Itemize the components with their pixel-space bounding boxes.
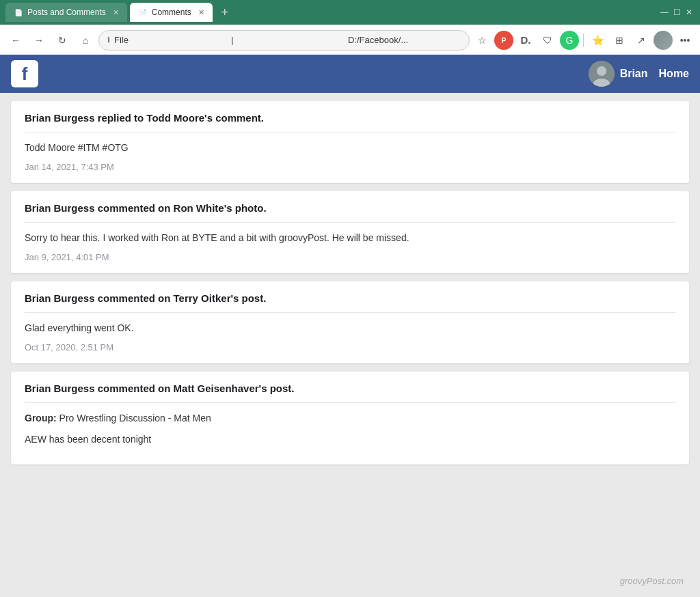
d-icon[interactable]: D.	[516, 31, 535, 50]
post-card: Brian Burgess replied to Todd Moore's co…	[11, 101, 689, 183]
share-icon[interactable]: ↗	[632, 31, 651, 50]
post-title: Brian Burgess replied to Todd Moore's co…	[25, 112, 675, 133]
facebook-logo: f	[11, 60, 38, 87]
facebook-nav: Brian Home	[589, 61, 689, 87]
address-protocol: File	[114, 35, 227, 45]
pocket-icon[interactable]: P	[494, 31, 513, 50]
navigation-bar: ← → ↻ ⌂ ℹ File | D:/Facebook/... ☆ P D. …	[0, 25, 700, 55]
favorites-icon[interactable]: ⭐	[588, 31, 607, 50]
svg-point-1	[597, 66, 606, 76]
toolbar-icons: ☆ P D. 🛡 G ⭐ ⊞ ↗ •••	[472, 31, 695, 50]
forward-button[interactable]: →	[29, 30, 49, 51]
tab-close-1[interactable]: ✕	[113, 8, 119, 17]
address-url: D:/Facebook/...	[348, 35, 461, 45]
watermark: groovyPost.com	[620, 576, 684, 586]
post-body: Sorry to hear this. I worked with Ron at…	[25, 231, 675, 245]
address-bar[interactable]: ℹ File | D:/Facebook/...	[98, 30, 470, 51]
user-avatar	[589, 61, 615, 87]
post-body: AEW has been decent tonight	[25, 432, 675, 447]
maximize-button[interactable]: ☐	[671, 7, 682, 18]
close-button[interactable]: ✕	[684, 7, 695, 18]
back-button[interactable]: ←	[5, 30, 26, 51]
post-card: Brian Burgess commented on Ron White's p…	[11, 191, 689, 273]
post-title: Brian Burgess commented on Terry Oitker'…	[25, 292, 675, 313]
home-button[interactable]: ⌂	[75, 30, 96, 51]
more-button[interactable]: •••	[675, 31, 695, 50]
profile-avatar[interactable]	[654, 31, 673, 50]
tab-comments[interactable]: 📄 Comments ✕	[130, 3, 213, 22]
post-date: Jan 9, 2021, 4:01 PM	[25, 252, 675, 262]
browser-chrome: 📄 Posts and Comments ✕ 📄 Comments ✕ + — …	[0, 0, 700, 55]
window-controls: — ☐ ✕	[659, 7, 695, 18]
tab-icon-2: 📄	[138, 8, 148, 17]
content-area: Brian Burgess replied to Todd Moore's co…	[0, 93, 700, 597]
post-title: Brian Burgess commented on Matt Geisenha…	[25, 383, 675, 403]
title-bar: 📄 Posts and Comments ✕ 📄 Comments ✕ + — …	[0, 0, 700, 25]
post-date: Oct 17, 2020, 2:51 PM	[25, 342, 675, 352]
tab-close-2[interactable]: ✕	[198, 8, 204, 17]
facebook-user: Brian	[589, 61, 648, 87]
tab-icon: 📄	[14, 8, 23, 17]
address-separator: |	[231, 35, 344, 45]
post-title: Brian Burgess commented on Ron White's p…	[25, 202, 675, 223]
post-body: Todd Moore #ITM #OTG	[25, 141, 675, 155]
post-body: Glad everything went OK.	[25, 321, 675, 335]
info-icon: ℹ	[107, 36, 110, 44]
separator	[583, 33, 584, 47]
shield-icon[interactable]: 🛡	[538, 31, 557, 50]
post-group: Group: Pro Wrestling Discussion - Mat Me…	[25, 411, 675, 426]
post-date: Jan 14, 2021, 7:43 PM	[25, 162, 675, 172]
tab-posts-and-comments[interactable]: 📄 Posts and Comments ✕	[5, 3, 127, 22]
facebook-header: f Brian Home	[0, 55, 700, 93]
minimize-button[interactable]: —	[659, 7, 670, 18]
user-name: Brian	[620, 68, 648, 80]
new-tab-button[interactable]: +	[215, 3, 234, 22]
vpn-icon[interactable]: G	[560, 31, 579, 50]
post-card: Brian Burgess commented on Terry Oitker'…	[11, 281, 689, 363]
home-link[interactable]: Home	[659, 68, 689, 80]
bookmark-star-icon[interactable]: ☆	[472, 31, 492, 50]
refresh-button[interactable]: ↻	[52, 30, 72, 51]
post-card: Brian Burgess commented on Matt Geisenha…	[11, 372, 689, 464]
collections-icon[interactable]: ⊞	[610, 31, 629, 50]
